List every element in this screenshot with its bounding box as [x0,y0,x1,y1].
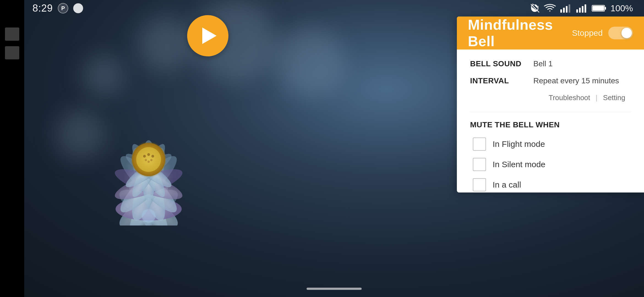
panel-title: Mindfulness Bell [468,16,572,50]
circle-icon [73,3,83,13]
interval-row: INTERVAL Repeat every 15 minutes [470,76,631,85]
bell-sound-row: BELL SOUND Bell 1 [470,59,631,68]
setting-link[interactable]: Setting [597,94,631,102]
active-toggle[interactable] [608,27,633,39]
in-call-label: In a call [493,180,521,189]
status-bar: 8:29 P [24,0,644,16]
toggle-knob [621,28,632,38]
svg-point-32 [147,153,150,156]
svg-rect-10 [605,7,606,10]
in-call-checkbox[interactable] [473,178,486,191]
svg-rect-8 [585,4,586,13]
bell-sound-value: Bell 1 [533,59,553,68]
svg-rect-4 [569,4,570,13]
svg-point-35 [150,159,152,161]
lotus-image [55,50,242,242]
sidebar-icon-1 [5,28,19,41]
svg-point-31 [143,155,146,158]
panel-header: Mindfulness Bell Stopped [457,16,644,50]
play-icon [202,28,217,44]
link-divider: | [596,94,597,102]
in-call-row: In a call [470,178,631,191]
status-right: 100% [530,3,633,13]
stopped-label: Stopped [572,28,603,38]
sidebar-icon-2 [5,46,19,59]
wifi-icon [544,3,556,13]
svg-point-33 [151,155,154,158]
svg-point-34 [145,159,147,161]
divider [470,112,631,112]
troubleshoot-link[interactable]: Troubleshoot [543,94,596,102]
svg-point-37 [142,209,155,223]
status-left: 8:29 P [32,2,83,14]
battery-percent: 100% [610,3,633,13]
flight-mode-label: In Flight mode [493,139,545,149]
bokeh-4 [275,28,344,96]
links-row: Troubleshoot | Setting [470,94,631,102]
silent-mode-label: In Silent mode [493,160,545,169]
mute-icon [530,3,540,13]
svg-point-36 [148,161,150,163]
svg-rect-11 [593,6,604,11]
svg-rect-7 [582,6,583,13]
flight-mode-checkbox[interactable] [473,138,486,151]
mute-section-label: MUTE THE BELL WHEN [470,120,631,129]
interval-value: Repeat every 15 minutes [533,76,619,85]
nav-pill [307,288,362,290]
silent-mode-row: In Silent mode [470,158,631,171]
lotus-svg [72,66,226,226]
clock: 8:29 [32,2,53,14]
interval-label: INTERVAL [470,76,525,85]
svg-rect-3 [566,6,567,13]
settings-panel: Mindfulness Bell Stopped BELL SOUND Bell… [457,16,644,193]
bell-sound-label: BELL SOUND [470,59,525,68]
silent-mode-checkbox[interactable] [473,158,486,171]
nav-bar [24,280,644,297]
flight-mode-row: In Flight mode [470,138,631,151]
svg-rect-1 [560,9,562,13]
battery-icon [592,4,607,12]
play-button[interactable] [187,15,228,56]
panel-body: BELL SOUND Bell 1 INTERVAL Repeat every … [457,50,644,193]
p-icon: P [58,3,68,13]
panel-header-controls: Stopped [572,27,633,39]
signal2-icon [576,3,588,13]
svg-rect-6 [579,8,581,13]
sidebar [0,28,24,59]
svg-point-30 [136,147,161,172]
signal-icon [560,3,572,13]
svg-rect-2 [563,8,565,13]
svg-rect-5 [576,9,578,13]
